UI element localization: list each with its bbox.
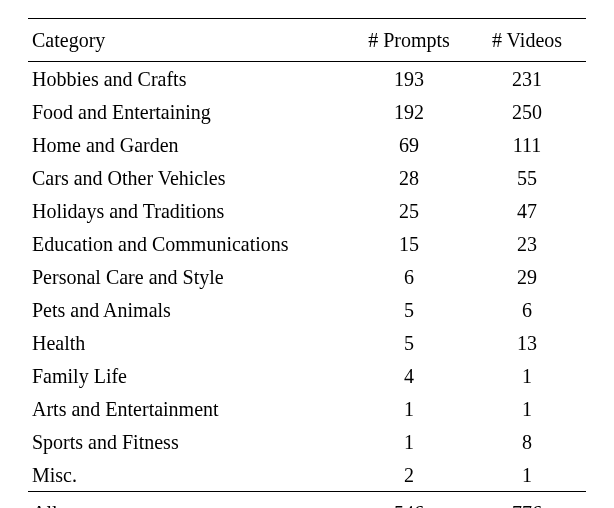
cell-total-videos: 776	[468, 492, 586, 509]
table-row: Education and Communications 15 23	[28, 227, 586, 260]
cell-prompts: 1	[350, 425, 468, 458]
table-row: Family Life 4 1	[28, 359, 586, 392]
col-header-prompts: # Prompts	[350, 19, 468, 62]
table-row: Misc. 2 1	[28, 458, 586, 492]
table-row: Food and Entertaining 192 250	[28, 95, 586, 128]
cell-videos: 231	[468, 62, 586, 96]
cell-prompts: 6	[350, 260, 468, 293]
cell-category: Health	[28, 326, 350, 359]
cell-category: Education and Communications	[28, 227, 350, 260]
table-row: Personal Care and Style 6 29	[28, 260, 586, 293]
cell-videos: 8	[468, 425, 586, 458]
cell-category: Personal Care and Style	[28, 260, 350, 293]
cell-videos: 23	[468, 227, 586, 260]
table-header-row: Category # Prompts # Videos	[28, 19, 586, 62]
cell-videos: 1	[468, 458, 586, 492]
category-table: Category # Prompts # Videos Hobbies and …	[28, 18, 586, 508]
cell-videos: 47	[468, 194, 586, 227]
cell-total-prompts: 546	[350, 492, 468, 509]
cell-category: Misc.	[28, 458, 350, 492]
table-row: Cars and Other Vehicles 28 55	[28, 161, 586, 194]
cell-prompts: 5	[350, 326, 468, 359]
col-header-category: Category	[28, 19, 350, 62]
cell-videos: 29	[468, 260, 586, 293]
table-row: Arts and Entertainment 1 1	[28, 392, 586, 425]
table-row: Hobbies and Crafts 193 231	[28, 62, 586, 96]
table-total-row: All 546 776	[28, 492, 586, 509]
cell-prompts: 2	[350, 458, 468, 492]
cell-category: Sports and Fitness	[28, 425, 350, 458]
cell-prompts: 5	[350, 293, 468, 326]
cell-category: Pets and Animals	[28, 293, 350, 326]
cell-videos: 1	[468, 392, 586, 425]
cell-prompts: 1	[350, 392, 468, 425]
cell-videos: 250	[468, 95, 586, 128]
cell-category: Food and Entertaining	[28, 95, 350, 128]
cell-videos: 111	[468, 128, 586, 161]
cell-category: Holidays and Traditions	[28, 194, 350, 227]
cell-category: Home and Garden	[28, 128, 350, 161]
cell-prompts: 69	[350, 128, 468, 161]
table-row: Pets and Animals 5 6	[28, 293, 586, 326]
cell-category: Family Life	[28, 359, 350, 392]
table-row: Holidays and Traditions 25 47	[28, 194, 586, 227]
cell-category: Hobbies and Crafts	[28, 62, 350, 96]
cell-total-label: All	[28, 492, 350, 509]
cell-videos: 1	[468, 359, 586, 392]
cell-category: Cars and Other Vehicles	[28, 161, 350, 194]
cell-prompts: 4	[350, 359, 468, 392]
cell-prompts: 15	[350, 227, 468, 260]
cell-prompts: 193	[350, 62, 468, 96]
cell-videos: 13	[468, 326, 586, 359]
table-row: Health 5 13	[28, 326, 586, 359]
table-row: Sports and Fitness 1 8	[28, 425, 586, 458]
cell-prompts: 25	[350, 194, 468, 227]
cell-prompts: 192	[350, 95, 468, 128]
cell-prompts: 28	[350, 161, 468, 194]
page: Category # Prompts # Videos Hobbies and …	[0, 0, 614, 508]
table-row: Home and Garden 69 111	[28, 128, 586, 161]
cell-videos: 55	[468, 161, 586, 194]
cell-category: Arts and Entertainment	[28, 392, 350, 425]
col-header-videos: # Videos	[468, 19, 586, 62]
cell-videos: 6	[468, 293, 586, 326]
